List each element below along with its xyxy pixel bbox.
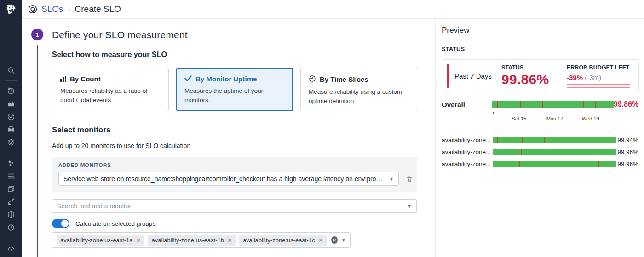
measure-heading: Select how to measure your SLO: [52, 51, 435, 59]
group-tag: availability-zone:us-east-1b ✕: [148, 235, 236, 246]
status-label: STATUS: [501, 64, 566, 71]
axis-tick-label: Sat 15: [512, 116, 526, 121]
bar-chart-icon: [60, 76, 66, 82]
group-multiselect[interactable]: availability-zone:us-east-1a ✕ availabil…: [52, 232, 351, 248]
row-label: availability-zone:...: [442, 148, 493, 155]
breadcrumb-current: Create SLO: [75, 4, 121, 14]
toggle-knob: [61, 220, 69, 227]
option-description: Measures reliability as a ratio of good …: [60, 86, 161, 104]
status-period: Past 7 Days: [454, 72, 495, 80]
infrastructure-icon[interactable]: [0, 136, 22, 149]
group-uptime-row: availability-zone:... 99.96%: [442, 148, 639, 155]
delete-monitor-button[interactable]: [405, 174, 414, 184]
axis-tick: [519, 112, 519, 114]
error-budget-label: ERROR BUDGET LEFT: [567, 64, 637, 71]
preview-panel: Preview STATUS Past 7 Days STATUS 99.86%…: [436, 19, 644, 257]
axis-tick: [555, 112, 555, 114]
monitor-search-select[interactable]: Search and add a monitor ▼: [52, 199, 417, 213]
measurement-options: By Count Measures reliability as a ratio…: [52, 68, 435, 111]
axis-tick-label: Wed 19: [582, 116, 599, 121]
group-uptime-row: availability-zone:... 99.96%: [442, 160, 639, 167]
preview-divider: [442, 131, 639, 131]
time-axis: Sat 15Mon 17Wed 19: [493, 112, 616, 124]
synthetics-icon[interactable]: [0, 221, 22, 234]
monitor-select-value: Service web-store on resource_name:shopp…: [63, 175, 385, 183]
group-tag-label: availability-zone:us-east-1a: [60, 237, 133, 244]
option-by-count[interactable]: By Count Measures reliability as a ratio…: [52, 68, 169, 111]
remove-tag-icon[interactable]: ✕: [318, 237, 323, 244]
option-label: By Count: [70, 75, 101, 83]
group-tag: availability-zone:us-east-1c ✕: [239, 235, 327, 246]
group-tag-label: availability-zone:us-east-1b: [151, 237, 224, 244]
uptime-bar: [493, 137, 616, 143]
option-by-monitor-uptime[interactable]: By Monitor Uptime Measures the uptime of…: [176, 68, 293, 111]
group-tag: availability-zone:us-east-1a ✕: [57, 235, 144, 246]
uptime-bar: [493, 149, 616, 155]
slo-editor-main: 1 Define your SLO measurement Select how…: [22, 19, 435, 257]
preview-title: Preview: [442, 26, 639, 35]
row-value: 99.96%: [616, 160, 639, 167]
livetail-icon[interactable]: [0, 170, 22, 183]
option-label: By Monitor Uptime: [196, 75, 257, 83]
history-icon[interactable]: [0, 85, 22, 97]
app-sidebar: [0, 0, 22, 257]
watchdog-icon[interactable]: [0, 123, 22, 136]
option-description: Measures the uptime of your monitors.: [184, 86, 285, 104]
option-label: By Time Slices: [320, 75, 368, 83]
search-icon[interactable]: [0, 64, 22, 77]
slo-target-icon[interactable]: [0, 110, 22, 123]
dashboards-icon[interactable]: [0, 183, 22, 195]
status-accent-bar: [447, 64, 449, 88]
error-budget-value: -39%: [567, 74, 583, 81]
security-icon[interactable]: [0, 208, 22, 221]
row-label: availability-zone:...: [442, 137, 493, 143]
time-slices-icon: [309, 75, 316, 84]
section-divider: [22, 256, 435, 256]
check-icon: [184, 75, 192, 83]
axis-tick: [591, 112, 591, 114]
row-value: 99.96%: [616, 148, 639, 155]
datadog-logo-icon[interactable]: [0, 0, 22, 19]
slo-breadcrumb-icon: [28, 4, 38, 14]
select-monitors-heading: Select monitors: [52, 126, 435, 135]
clear-all-tags-icon[interactable]: ✕: [331, 236, 338, 244]
overall-uptime-row: Overall 99.86%: [442, 100, 639, 109]
metrics-icon[interactable]: [0, 97, 22, 110]
chevron-down-icon: ▼: [407, 204, 412, 209]
calculate-groups-toggle[interactable]: [52, 219, 69, 228]
apm-icon[interactable]: [0, 195, 22, 208]
chevron-down-icon: ▼: [389, 177, 394, 182]
group-tag-label: availability-zone:us-east-1c: [243, 237, 315, 244]
calculate-groups-label: Calculate on selected groups: [75, 220, 155, 227]
row-label: availability-zone:...: [442, 160, 493, 167]
divider: [5, 80, 17, 81]
divider: [5, 153, 17, 153]
processes-icon[interactable]: [0, 157, 22, 170]
remove-tag-icon[interactable]: ✕: [227, 237, 232, 244]
gauge-icon[interactable]: [0, 242, 22, 255]
row-value: 99.94%: [616, 137, 639, 143]
chevron-down-icon[interactable]: ▼: [341, 238, 346, 243]
status-summary-card: Past 7 Days STATUS 99.86% ERROR BUDGET L…: [442, 59, 639, 92]
error-budget-bar: [567, 84, 630, 88]
step-number-badge: 1: [31, 29, 43, 40]
breadcrumb-bar: SLOs › Create SLO: [22, 0, 644, 19]
sidebar-nav: [0, 19, 22, 255]
row-value: 99.86%: [614, 100, 639, 109]
monitor-select[interactable]: Service web-store on resource_name:shopp…: [58, 172, 399, 186]
divider: [5, 238, 17, 238]
monitor-search-placeholder: Search and add a monitor: [57, 202, 402, 210]
status-value: 99.86%: [501, 72, 566, 87]
row-label: Overall: [442, 101, 492, 109]
added-monitors-panel: ADDED MONITORS Service web-store on reso…: [52, 157, 417, 192]
added-monitors-label: ADDED MONITORS: [58, 162, 410, 168]
remove-tag-icon[interactable]: ✕: [136, 237, 141, 244]
breadcrumb-slos-link[interactable]: SLOs: [41, 4, 63, 14]
option-by-time-slices[interactable]: By Time Slices Measure reliability using…: [300, 68, 417, 111]
page-title: Define your SLO measurement: [52, 29, 435, 40]
error-budget-note: (-3m): [585, 74, 601, 81]
status-section-label: STATUS: [442, 46, 639, 52]
breadcrumb-chevron-icon: ›: [68, 6, 70, 13]
option-description: Measure reliability using a custom uptim…: [309, 87, 409, 105]
uptime-bar: [492, 101, 614, 108]
